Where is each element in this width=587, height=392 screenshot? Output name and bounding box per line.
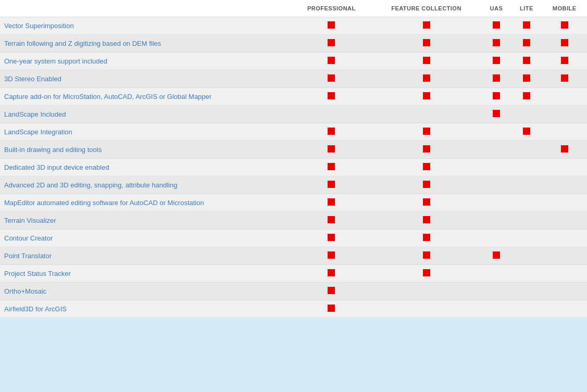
feature_collection-cell [371, 88, 482, 106]
professional-cell [292, 159, 371, 176]
check-indicator [328, 198, 335, 206]
mobile-cell [542, 176, 587, 194]
mobile-cell [542, 230, 587, 247]
feature-col-header [0, 0, 292, 17]
feature_collection-cell [371, 70, 482, 88]
feature-label: Terrain Visualizer [0, 212, 292, 230]
check-indicator [423, 163, 430, 170]
feature_collection-cell [371, 230, 482, 247]
feature_collection-cell [371, 176, 482, 194]
check-indicator [561, 21, 568, 29]
feature-label: Dedicated 3D input device enabled [0, 159, 292, 176]
check-indicator [493, 39, 500, 46]
professional-cell [292, 230, 371, 247]
check-indicator [423, 269, 430, 276]
professional-cell [292, 283, 371, 300]
comparison-table: PROFESSIONAL FEATURE COLLECTION UAS LITE… [0, 0, 587, 318]
professional-cell [292, 141, 371, 159]
feature-label: Vector Superimposition [0, 17, 292, 35]
uas-cell [481, 53, 511, 70]
header-row: PROFESSIONAL FEATURE COLLECTION UAS LITE… [0, 0, 587, 17]
uas-cell [481, 265, 511, 283]
professional-cell [292, 53, 371, 70]
uas-cell [481, 123, 511, 141]
mobile-cell [542, 283, 587, 300]
table-row: Terrain Visualizer [0, 212, 587, 230]
check-indicator [328, 39, 335, 46]
mobile-col-header: MOBILE [542, 0, 587, 17]
feature_collection-cell [371, 53, 482, 70]
lite-cell [511, 70, 542, 88]
check-indicator [423, 251, 430, 259]
feature_collection-cell [371, 35, 482, 53]
check-indicator [328, 163, 335, 170]
lite-cell [511, 212, 542, 230]
uas-cell [481, 141, 511, 159]
check-indicator [423, 145, 430, 153]
uas-cell [481, 212, 511, 230]
check-indicator [561, 39, 568, 46]
lite-cell [511, 88, 542, 106]
table-row: Contour Creator [0, 230, 587, 247]
lite-cell [511, 35, 542, 53]
feature-label: MapEditor automated editing software for… [0, 194, 292, 212]
table-row: Airfield3D for ArcGIS [0, 300, 587, 318]
check-indicator [493, 110, 500, 117]
check-indicator [493, 57, 500, 64]
check-indicator [328, 251, 335, 259]
professional-cell [292, 70, 371, 88]
feature_collection-cell [371, 159, 482, 176]
professional-cell [292, 106, 371, 123]
professional-cell [292, 300, 371, 318]
check-indicator [493, 251, 500, 259]
check-indicator [328, 269, 335, 276]
check-indicator [328, 128, 335, 135]
lite-col-header: LITE [511, 0, 542, 17]
uas-cell [481, 70, 511, 88]
check-indicator [561, 57, 568, 64]
uas-col-header: UAS [481, 0, 511, 17]
lite-cell [511, 194, 542, 212]
mobile-cell [542, 159, 587, 176]
check-indicator [328, 57, 335, 64]
feature_collection-cell [371, 247, 482, 265]
uas-cell [481, 35, 511, 53]
mobile-cell [542, 35, 587, 53]
table-row: Point Translator [0, 247, 587, 265]
feature_collection-cell [371, 283, 482, 300]
check-indicator [523, 57, 530, 64]
lite-cell [511, 300, 542, 318]
lite-cell [511, 230, 542, 247]
professional-cell [292, 123, 371, 141]
table-row: 3D Stereo Enabled [0, 70, 587, 88]
check-indicator [523, 39, 530, 46]
uas-cell [481, 106, 511, 123]
check-indicator [423, 128, 430, 135]
check-indicator [423, 39, 430, 46]
lite-cell [511, 247, 542, 265]
table-row: Ortho+Mosaic [0, 283, 587, 300]
check-indicator [328, 305, 335, 312]
check-indicator [561, 74, 568, 82]
check-indicator [423, 181, 430, 188]
check-indicator [493, 92, 500, 99]
lite-cell [511, 283, 542, 300]
check-indicator [328, 92, 335, 99]
table-row: LandScape Integration [0, 123, 587, 141]
mobile-cell [542, 141, 587, 159]
uas-cell [481, 159, 511, 176]
professional-col-header: PROFESSIONAL [292, 0, 371, 17]
feature-label: Project Status Tracker [0, 265, 292, 283]
feature_collection-cell [371, 123, 482, 141]
check-indicator [523, 128, 530, 135]
check-indicator [493, 21, 500, 29]
feature-label: Contour Creator [0, 230, 292, 247]
uas-cell [481, 230, 511, 247]
uas-cell [481, 194, 511, 212]
feature-label: Airfield3D for ArcGIS [0, 300, 292, 318]
check-indicator [423, 234, 430, 241]
table-row: Dedicated 3D input device enabled [0, 159, 587, 176]
check-indicator [423, 92, 430, 99]
mobile-cell [542, 123, 587, 141]
check-indicator [328, 145, 335, 153]
